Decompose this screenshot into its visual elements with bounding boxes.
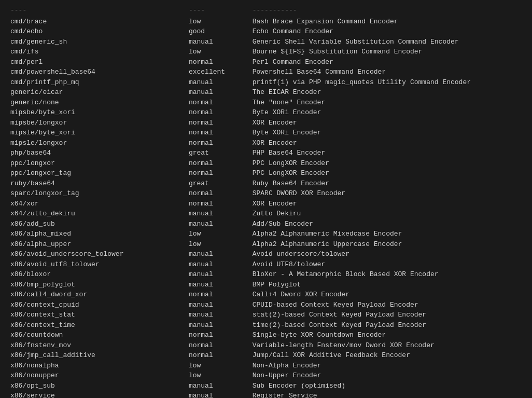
encoder-desc: PHP Base64 Encoder — [250, 148, 524, 158]
table-row: cmd/printf_php_mq manual printf(1) via P… — [8, 77, 524, 88]
table-row: cmd/perl normal Perl Command Encoder — [8, 57, 524, 67]
table-row: ppc/longxor_tag normal PPC LongXOR Encod… — [8, 168, 524, 179]
table-row: sparc/longxor_tag normal SPARC DWORD XOR… — [8, 188, 524, 199]
table-row: x86/alpha_mixed low Alpha2 Alphanumeric … — [8, 229, 524, 239]
table-row: x86/countdown normal Single-byte XOR Cou… — [8, 330, 524, 340]
table-row: cmd/generic_sh manual Generic Shell Vari… — [8, 37, 524, 47]
encoder-rank: manual — [187, 280, 250, 290]
encoder-name: x86/avoid_utf8_tolower — [8, 259, 187, 270]
encoder-rank: low — [187, 370, 250, 381]
table-row: x86/nonalpha low Non-Alpha Encoder — [8, 361, 524, 371]
encoder-name: cmd/perl — [8, 57, 187, 67]
encoder-desc: Call+4 Dword XOR Encoder — [250, 290, 524, 300]
encoder-rank: normal — [187, 168, 250, 179]
encoder-rank: low — [187, 229, 250, 239]
encoder-name: x86/countdown — [8, 330, 187, 340]
encoder-desc: XOR Encoder — [250, 138, 524, 148]
encoder-name: cmd/brace — [8, 17, 187, 27]
encoder-desc: Jump/Call XOR Additive Feedback Encoder — [250, 350, 524, 361]
encoder-name: x86/context_time — [8, 320, 187, 331]
encoder-rank: excellent — [187, 67, 250, 77]
encoder-name: x86/context_stat — [8, 310, 187, 320]
sep-desc: ----------- — [250, 5, 524, 17]
encoder-rank: manual — [187, 209, 250, 219]
encoder-name: mipsle/byte_xori — [8, 128, 187, 138]
encoder-desc: Byte XORi Encoder — [250, 128, 524, 138]
encoder-desc: printf(1) via PHP magic_quotes Utility C… — [250, 77, 524, 88]
encoder-rank: normal — [187, 128, 250, 138]
encoder-desc: Avoid UTF8/tolower — [250, 259, 524, 270]
encoder-name: x86/add_sub — [8, 219, 187, 229]
encoder-desc: Echo Command Encoder — [250, 26, 524, 37]
table-row: cmd/powershell_base64 excellent Powershe… — [8, 67, 524, 77]
table-row: generic/none normal The "none" Encoder — [8, 98, 524, 108]
encoder-rank: normal — [187, 350, 250, 361]
encoder-name: x86/bloxor — [8, 269, 187, 280]
encoder-desc: Generic Shell Variable Substitution Comm… — [250, 37, 524, 47]
table-row: x86/context_stat manual stat(2)-based Co… — [8, 310, 524, 320]
encoder-rank: manual — [187, 381, 250, 391]
encoder-desc: Powershell Base64 Command Encoder — [250, 67, 524, 77]
encoder-name: mipsbe/byte_xori — [8, 107, 187, 118]
encoder-rank: normal — [187, 57, 250, 67]
encoder-desc: Variable-length Fnstenv/mov Dword XOR En… — [250, 340, 524, 351]
encoder-desc: The "none" Encoder — [250, 98, 524, 108]
encoder-desc: Avoid underscore/tolower — [250, 249, 524, 259]
encoder-desc: Non-Upper Encoder — [250, 370, 524, 381]
encoder-desc: XOR Encoder — [250, 199, 524, 209]
encoder-rank: manual — [187, 259, 250, 270]
encoder-desc: Register Service — [250, 391, 524, 398]
encoder-desc: BMP Polyglot — [250, 280, 524, 290]
encoder-desc: Non-Alpha Encoder — [250, 361, 524, 371]
encoder-name: x86/avoid_underscore_tolower — [8, 249, 187, 259]
encoder-desc: BloXor - A Metamorphic Block Based XOR E… — [250, 269, 524, 280]
encoder-rank: low — [187, 17, 250, 27]
encoder-rank: great — [187, 148, 250, 158]
encoder-rank: low — [187, 47, 250, 57]
encoder-rank: normal — [187, 188, 250, 199]
table-row: cmd/brace low Bash Brace Expansion Comma… — [8, 17, 524, 27]
encoder-name: x86/alpha_mixed — [8, 229, 187, 239]
encoder-name: x64/xor — [8, 199, 187, 209]
table-row: x86/avoid_utf8_tolower manual Avoid UTF8… — [8, 259, 524, 270]
encoder-rank: manual — [187, 320, 250, 331]
encoder-rank: normal — [187, 118, 250, 128]
encoder-rank: great — [187, 179, 250, 189]
encoder-name: cmd/printf_php_mq — [8, 77, 187, 88]
encoder-desc: Bash Brace Expansion Command Encoder — [250, 17, 524, 27]
table-row: mipsbe/byte_xori normal Byte XORi Encode… — [8, 107, 524, 118]
table-row: x86/bmp_polyglot manual BMP Polyglot — [8, 280, 524, 290]
encoder-desc: stat(2)-based Context Keyed Payload Enco… — [250, 310, 524, 320]
table-row: x86/jmp_call_additive normal Jump/Call X… — [8, 350, 524, 361]
encoder-name: x86/fnstenv_mov — [8, 340, 187, 351]
encoder-desc: Sub Encoder (optimised) — [250, 381, 524, 391]
encoder-rank: manual — [187, 87, 250, 98]
encoder-desc: The EICAR Encoder — [250, 87, 524, 98]
encoder-name: x86/nonupper — [8, 370, 187, 381]
encoder-desc: Add/Sub Encoder — [250, 219, 524, 229]
table-row: x86/call4_dword_xor normal Call+4 Dword … — [8, 290, 524, 300]
encoder-desc: Ruby Base64 Encoder — [250, 179, 524, 189]
table-row: mipsbe/longxor normal XOR Encoder — [8, 118, 524, 128]
encoder-name: generic/eicar — [8, 87, 187, 98]
encoder-desc: Alpha2 Alphanumeric Uppercase Encoder — [250, 239, 524, 250]
table-row: generic/eicar manual The EICAR Encoder — [8, 87, 524, 98]
table-row: x86/context_time manual time(2)-based Co… — [8, 320, 524, 331]
sep-rank: ---- — [187, 5, 250, 17]
encoder-name: cmd/ifs — [8, 47, 187, 57]
encoder-name: sparc/longxor_tag — [8, 188, 187, 199]
encoder-table: ---- ---- ----------- cmd/brace low Bash… — [8, 5, 524, 398]
table-row: x86/context_cpuid manual CPUID-based Con… — [8, 300, 524, 310]
encoder-desc: SPARC DWORD XOR Encoder — [250, 188, 524, 199]
encoder-name: x86/nonalpha — [8, 361, 187, 371]
encoder-name: cmd/echo — [8, 26, 187, 37]
encoder-rank: normal — [187, 98, 250, 108]
table-row: x64/zutto_dekiru manual Zutto Dekiru — [8, 209, 524, 219]
table-row: cmd/ifs low Bourne ${IFS} Substitution C… — [8, 47, 524, 57]
encoder-rank: normal — [187, 158, 250, 169]
table-row: mipsle/byte_xori normal Byte XORi Encode… — [8, 128, 524, 138]
encoder-name: x86/jmp_call_additive — [8, 350, 187, 361]
encoder-desc: PPC LongXOR Encoder — [250, 168, 524, 179]
encoder-name: x64/zutto_dekiru — [8, 209, 187, 219]
encoder-desc: Bourne ${IFS} Substitution Command Encod… — [250, 47, 524, 57]
